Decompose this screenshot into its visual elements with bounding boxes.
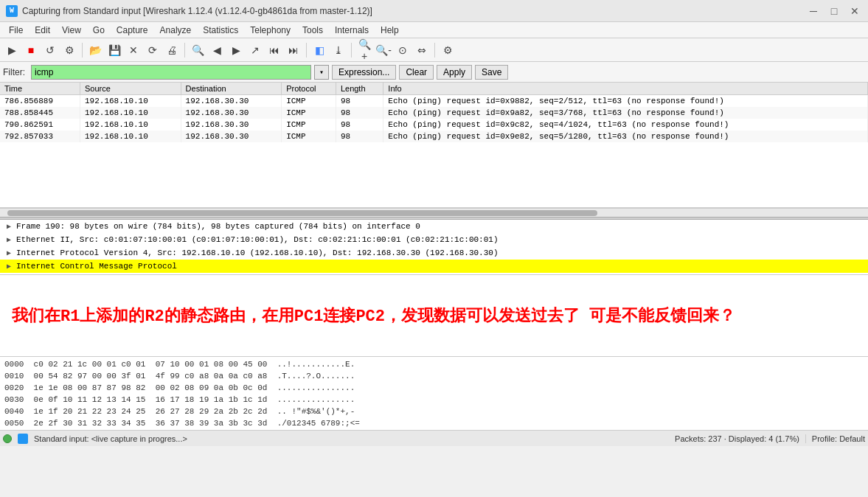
hex-dump: 0000 c0 02 21 1c 00 01 c0 01 07 10 00 01… [0, 356, 868, 430]
expression-button[interactable]: Expression... [332, 65, 396, 80]
close-button[interactable]: ✕ [847, 4, 862, 18]
toolbar-prev-btn[interactable]: ◀ [208, 41, 226, 59]
table-row[interactable]: 788.858445192.168.10.10192.168.30.30ICMP… [0, 107, 868, 119]
title-bar-left: W Capturing from Standard input [Wiresha… [6, 5, 372, 17]
window-title: Capturing from Standard input [Wireshark… [22, 6, 372, 16]
toolbar-reload-btn[interactable]: ⟳ [144, 41, 162, 59]
cell-destination: 192.168.30.30 [181, 131, 282, 142]
toolbar-first-btn[interactable]: ⏮ [265, 41, 283, 59]
toolbar-close-btn[interactable]: ✕ [125, 41, 142, 59]
toolbar-open-btn[interactable]: 📂 [86, 41, 104, 59]
filter-input[interactable] [31, 65, 311, 80]
detail-row-text: Internet Protocol Version 4, Src: 192.16… [16, 248, 499, 257]
menu-item-internals[interactable]: Internals [329, 24, 375, 37]
apply-button[interactable]: Apply [437, 65, 472, 80]
cell-info: Echo (ping) request id=0x9e82, seq=5/128… [383, 131, 868, 142]
menu-bar: FileEditViewGoCaptureAnalyzeStatisticsTe… [0, 22, 868, 38]
detail-row[interactable]: ▶Frame 190: 98 bytes on wire (784 bits),… [0, 220, 868, 233]
packet-table: Time Source Destination Protocol Length … [0, 83, 868, 142]
save-button[interactable]: Save [475, 65, 508, 80]
hex-line: 0040 1e 1f 20 21 22 23 24 25 26 27 28 29… [4, 406, 864, 417]
maximize-button[interactable]: □ [827, 4, 841, 18]
toolbar-sep-1 [82, 43, 83, 58]
status-icon [18, 434, 28, 444]
toolbar-sep-5 [434, 43, 435, 58]
cell-source: 192.168.10.10 [80, 119, 181, 131]
toolbar-save-btn[interactable]: 💾 [105, 41, 123, 59]
minimize-button[interactable]: ─ [806, 4, 821, 18]
toolbar-find-btn[interactable]: 🔍 [189, 41, 206, 59]
toolbar-autoscroll-btn[interactable]: ⤓ [330, 41, 347, 59]
toolbar-start-btn[interactable]: ▶ [3, 41, 21, 59]
detail-row[interactable]: ▶Internet Protocol Version 4, Src: 192.1… [0, 246, 868, 260]
menu-item-tools[interactable]: Tools [296, 24, 329, 37]
toolbar-sep-2 [184, 43, 185, 58]
status-main-text: Standard input: <live capture in progres… [34, 434, 669, 443]
cell-time: 788.858445 [0, 107, 80, 119]
cell-time: 790.862591 [0, 119, 80, 131]
annotation-text: 我们在R1上添加的R2的静态路由，在用PC1连接PC2，发现数据可以发送过去了 … [12, 305, 735, 327]
detail-row-text: Internet Control Message Protocol [16, 262, 177, 271]
cell-length: 98 [336, 107, 383, 119]
cell-source: 192.168.10.10 [80, 107, 181, 119]
toolbar-settings-btn[interactable]: ⚙ [439, 41, 456, 59]
packet-list-hscroll[interactable] [0, 208, 868, 217]
toolbar-next-btn[interactable]: ▶ [227, 41, 245, 59]
menu-item-edit[interactable]: Edit [29, 24, 56, 37]
expand-icon[interactable]: ▶ [4, 262, 13, 271]
toolbar-capture-options-btn[interactable]: ⚙ [60, 41, 78, 59]
toolbar-zoom-out-btn[interactable]: 🔍- [375, 41, 392, 59]
col-info[interactable]: Info [383, 83, 868, 95]
col-source[interactable]: Source [80, 83, 181, 95]
cell-info: Echo (ping) request id=0x9a82, seq=3/768… [383, 107, 868, 119]
hscroll-thumb[interactable] [7, 210, 597, 216]
menu-item-view[interactable]: View [56, 24, 87, 37]
clear-button[interactable]: Clear [399, 65, 434, 80]
expand-icon[interactable]: ▶ [4, 235, 13, 244]
cell-source: 192.168.10.10 [80, 131, 181, 142]
menu-item-analyze[interactable]: Analyze [154, 24, 198, 37]
menu-item-capture[interactable]: Capture [111, 24, 154, 37]
col-protocol[interactable]: Protocol [282, 83, 336, 95]
cell-time: 792.857033 [0, 131, 80, 142]
annotation-overlay: 我们在R1上添加的R2的静态路由，在用PC1连接PC2，发现数据可以发送过去了 … [0, 275, 868, 356]
packet-list: Time Source Destination Protocol Length … [0, 83, 868, 208]
hex-line: 0020 1e 1e 08 00 87 87 98 82 00 02 08 09… [4, 382, 864, 394]
toolbar-goto-btn[interactable]: ↗ [246, 41, 264, 59]
toolbar-zoom-in-btn[interactable]: 🔍+ [355, 41, 373, 59]
hex-line: 0000 c0 02 21 1c 00 01 c0 01 07 10 00 01… [4, 358, 864, 370]
col-time[interactable]: Time [0, 83, 80, 95]
filter-bar: Filter: ▾ Expression... Clear Apply Save [0, 62, 868, 83]
detail-row[interactable]: ▶Internet Control Message Protocol [0, 260, 868, 273]
status-packets-text: Packets: 237 · Displayed: 4 (1.7%) [675, 434, 799, 443]
cell-protocol: ICMP [282, 95, 336, 108]
detail-row-text: Frame 190: 98 bytes on wire (784 bits), … [16, 222, 420, 231]
toolbar-colorize-btn[interactable]: ◧ [310, 41, 328, 59]
cell-time: 786.856889 [0, 95, 80, 108]
expand-icon[interactable]: ▶ [4, 248, 13, 257]
menu-item-file[interactable]: File [3, 24, 29, 37]
toolbar-zoom-normal-btn[interactable]: ⊙ [394, 41, 412, 59]
detail-row-text: Ethernet II, Src: c0:01:07:10:00:01 (c0:… [16, 235, 499, 244]
menu-item-statistics[interactable]: Statistics [197, 24, 244, 37]
menu-item-go[interactable]: Go [87, 24, 111, 37]
menu-item-telephony[interactable]: Telephony [244, 24, 296, 37]
table-row[interactable]: 790.862591192.168.10.10192.168.30.30ICMP… [0, 119, 868, 131]
cell-destination: 192.168.30.30 [181, 95, 282, 108]
toolbar-last-btn[interactable]: ⏭ [285, 41, 302, 59]
hex-line: 0010 00 54 82 97 00 00 3f 01 4f 99 c0 a8… [4, 370, 864, 382]
title-bar: W Capturing from Standard input [Wiresha… [0, 0, 868, 22]
detail-row[interactable]: ▶Ethernet II, Src: c0:01:07:10:00:01 (c0… [0, 233, 868, 246]
expand-icon[interactable]: ▶ [4, 222, 13, 231]
table-row[interactable]: 792.857033192.168.10.10192.168.30.30ICMP… [0, 131, 868, 142]
toolbar-stop-btn[interactable]: ■ [22, 41, 40, 59]
filter-dropdown-btn[interactable]: ▾ [314, 65, 329, 80]
menu-item-help[interactable]: Help [375, 24, 405, 37]
col-length[interactable]: Length [336, 83, 383, 95]
toolbar-resize-col-btn[interactable]: ⇔ [413, 41, 431, 59]
toolbar-print-btn[interactable]: 🖨 [163, 41, 181, 59]
toolbar-sep-3 [306, 43, 307, 58]
table-row[interactable]: 786.856889192.168.10.10192.168.30.30ICMP… [0, 95, 868, 108]
col-destination[interactable]: Destination [181, 83, 282, 95]
toolbar-restart-btn[interactable]: ↺ [41, 41, 59, 59]
